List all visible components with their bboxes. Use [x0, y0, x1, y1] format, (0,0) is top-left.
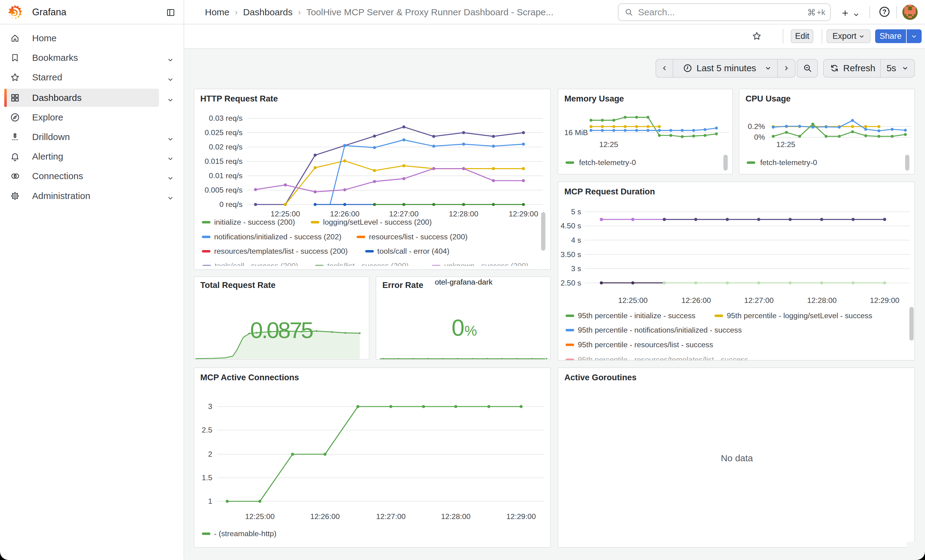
svg-text:12:26:00: 12:26:00 [681, 296, 711, 305]
svg-text:12:25: 12:25 [599, 140, 618, 149]
svg-text:0%: 0% [754, 133, 765, 141]
svg-text:0.01 req/s: 0.01 req/s [209, 171, 243, 180]
svg-text:12:25:00: 12:25:00 [245, 512, 275, 521]
svg-text:12:29:00: 12:29:00 [509, 210, 538, 218]
svg-text:0.005 req/s: 0.005 req/s [205, 186, 243, 194]
svg-text:12:26:00: 12:26:00 [330, 210, 360, 218]
svg-text:3: 3 [208, 402, 212, 410]
svg-text:12:29:00: 12:29:00 [506, 512, 536, 521]
svg-text:4.50 s: 4.50 s [560, 222, 581, 230]
svg-text:12:27:00: 12:27:00 [389, 210, 419, 218]
svg-text:0.03 req/s: 0.03 req/s [209, 114, 243, 122]
svg-text:1: 1 [208, 497, 212, 505]
svg-text:12:25:00: 12:25:00 [618, 296, 648, 305]
svg-text:16 MiB: 16 MiB [564, 128, 588, 137]
svg-text:12:27:00: 12:27:00 [744, 296, 774, 305]
svg-text:5 s: 5 s [571, 207, 581, 216]
svg-text:2: 2 [208, 450, 212, 458]
svg-text:0.2%: 0.2% [748, 122, 765, 131]
svg-text:2.5: 2.5 [202, 426, 212, 434]
svg-text:12:27:00: 12:27:00 [376, 512, 405, 521]
svg-text:4 s: 4 s [571, 236, 581, 244]
svg-text:12:29:00: 12:29:00 [870, 296, 899, 305]
svg-text:12:25:00: 12:25:00 [270, 210, 300, 218]
svg-text:3.50 s: 3.50 s [560, 250, 581, 258]
svg-text:0.025 req/s: 0.025 req/s [205, 128, 243, 137]
svg-text:2.50 s: 2.50 s [560, 278, 581, 287]
svg-text:12:28:00: 12:28:00 [441, 512, 471, 521]
svg-text:0.015 req/s: 0.015 req/s [205, 157, 243, 165]
svg-text:0.02 req/s: 0.02 req/s [209, 143, 243, 151]
svg-text:1.5: 1.5 [202, 473, 212, 482]
svg-text:12:25: 12:25 [776, 140, 795, 149]
svg-text:0 req/s: 0 req/s [219, 200, 243, 209]
svg-text:3 s: 3 s [571, 264, 581, 273]
svg-text:12:28:00: 12:28:00 [807, 296, 837, 305]
svg-text:12:28:00: 12:28:00 [449, 210, 478, 218]
svg-text:12:26:00: 12:26:00 [310, 512, 340, 521]
